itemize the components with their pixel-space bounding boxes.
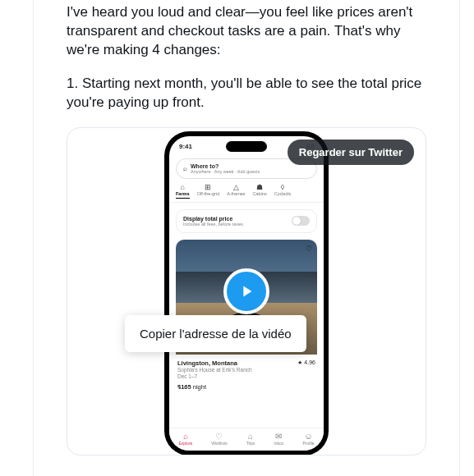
watch-on-twitter-label: Regarder sur Twitter: [299, 146, 403, 158]
category-a-frames[interactable]: △ A-frames: [227, 184, 245, 199]
nav-label: Profile: [302, 441, 314, 446]
nav-label: Explore: [178, 441, 192, 446]
grid-icon: ⊞: [197, 184, 220, 191]
nav-trips[interactable]: ⌂ Trips: [246, 433, 255, 446]
listing-price: $165 night: [177, 383, 315, 391]
aframe-icon: △: [227, 184, 245, 191]
watch-on-twitter-button[interactable]: Regarder sur Twitter: [288, 140, 414, 165]
status-time: 9:41: [179, 143, 192, 150]
search-icon: ⌕: [183, 165, 187, 172]
price-unit: night: [191, 383, 206, 391]
nav-label: Trips: [246, 441, 255, 446]
search-title: Where to?: [191, 163, 260, 169]
nav-wishlists[interactable]: ♡ Wishlists: [211, 433, 228, 446]
play-icon: [237, 282, 255, 300]
context-menu-label: Copier l'adresse de la vidéo: [140, 327, 292, 341]
nav-profile[interactable]: ☺ Profile: [302, 433, 314, 446]
tweet-paragraph-1: I've heard you loud and clear—you feel l…: [67, 3, 426, 60]
category-cycladic[interactable]: ◊ Cycladic: [274, 184, 292, 199]
video-context-menu-item[interactable]: Copier l'adresse de la vidéo: [125, 315, 306, 352]
divider: [169, 202, 324, 203]
category-label: Farms: [176, 191, 190, 199]
trips-icon: ⌂: [246, 433, 255, 441]
category-label: Off-the-grid: [197, 191, 220, 196]
explore-icon: ⌕: [178, 433, 192, 441]
category-cabins[interactable]: ☗ Cabins: [253, 184, 267, 199]
video-play-button[interactable]: [223, 268, 269, 314]
cycladic-icon: ◊: [274, 184, 292, 191]
listing-dates: Dec 1–7: [177, 373, 315, 380]
listing-host: Sophia's House at Erik's Ranch: [177, 367, 315, 373]
toggle-title: Display total price: [183, 216, 244, 222]
tweet-text: I've heard you loud and clear—you feel l…: [67, 3, 426, 112]
profile-icon: ☺: [302, 433, 314, 441]
tweet-container: I've heard you loud and clear—you feel l…: [33, 0, 460, 476]
cabin-icon: ☗: [253, 184, 267, 191]
listing-rating: ★ 4.96: [297, 359, 315, 367]
inbox-icon: ✉: [274, 433, 283, 441]
total-price-switch[interactable]: [292, 216, 310, 226]
heart-icon: ♡: [211, 433, 228, 441]
total-price-toggle-card: Display total price Includes all fees, b…: [176, 209, 317, 233]
nav-label: Inbox: [274, 441, 283, 446]
nav-inbox[interactable]: ✉ Inbox: [274, 433, 283, 446]
category-tabs: ⌂ Farms ⊞ Off-the-grid △ A-frames ☗ Cabi…: [169, 184, 324, 200]
category-label: Cycladic: [274, 191, 292, 196]
nav-label: Wishlists: [211, 441, 228, 446]
category-label: Cabins: [253, 191, 267, 196]
category-off-the-grid[interactable]: ⊞ Off-the-grid: [197, 184, 220, 199]
dynamic-island: [226, 141, 267, 152]
heart-icon[interactable]: ♡: [306, 245, 312, 253]
toggle-subtitle: Includes all fees, before taxes.: [183, 222, 244, 227]
category-farms[interactable]: ⌂ Farms: [176, 184, 190, 199]
listing-location: Livingston, Montana: [177, 359, 237, 367]
farm-icon: ⌂: [176, 184, 190, 191]
tweet-paragraph-2: 1. Starting next month, you'll be able t…: [67, 75, 426, 112]
search-subtitle: Anywhere · Any week · Add guests: [191, 169, 260, 174]
price-amount: $165: [177, 383, 191, 391]
bottom-nav: ⌕ Explore ♡ Wishlists ⌂ Trips ✉ Inbox: [169, 428, 324, 451]
nav-explore[interactable]: ⌕ Explore: [178, 433, 192, 446]
category-label: A-frames: [227, 191, 245, 196]
tweet-media-card[interactable]: Regarder sur Twitter 9:41 􀙇 􀛨 ⌕ Where to…: [67, 127, 426, 455]
